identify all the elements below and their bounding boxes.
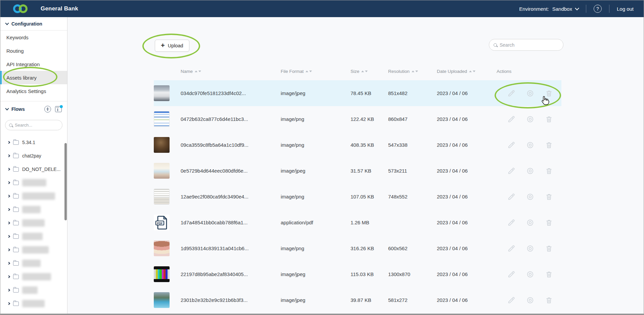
upload-button[interactable]: + Upload (155, 40, 189, 52)
add-flow-icon[interactable] (44, 106, 51, 113)
view-icon[interactable] (526, 89, 534, 97)
folder-item-redacted[interactable] (0, 243, 67, 257)
folder-item-redacted[interactable] (0, 283, 67, 297)
chevron-right-icon (7, 249, 10, 251)
column-header-name[interactable]: Name (181, 69, 281, 74)
folder-item-redacted[interactable] (0, 203, 67, 216)
sidebar-scrollbar[interactable] (64, 143, 67, 220)
view-icon[interactable] (526, 219, 534, 227)
flows-search-input[interactable] (15, 123, 58, 128)
sidebar-item-api-integration[interactable]: API Integration (0, 57, 67, 71)
folder-item[interactable]: chat2pay (0, 149, 67, 163)
sidebar-item-keywords[interactable]: Keywords (0, 31, 67, 44)
flows-section-header[interactable]: Flows (0, 101, 67, 117)
flows-search[interactable] (5, 120, 62, 130)
environment-value: Sandbox (552, 6, 572, 12)
document-screenshot-thumbnail (154, 189, 170, 205)
column-header-size[interactable]: Size (351, 69, 388, 74)
tv-test-pattern-thumbnail (154, 266, 170, 282)
table-row[interactable]: 12ae9ec2f080ca9fdc3490e4... image/png 10… (154, 184, 561, 210)
folder-item[interactable]: DO_NOT_DELE... (0, 163, 67, 176)
delete-icon[interactable] (545, 141, 553, 149)
delete-icon[interactable] (545, 296, 553, 304)
sort-icons (306, 71, 312, 72)
view-icon[interactable] (526, 244, 534, 253)
sidebar-item-routing[interactable]: Routing (0, 44, 67, 57)
folder-icon (13, 234, 19, 239)
asset-resolution: 860x847 (388, 116, 437, 122)
delete-icon[interactable] (545, 193, 553, 201)
table-row[interactable]: 09ca3559c8fb5a64a1c10df9... image/png 40… (154, 132, 561, 158)
edit-icon[interactable] (507, 296, 515, 304)
column-header-resolution[interactable]: Resolution (388, 69, 437, 74)
assets-search[interactable] (489, 39, 563, 51)
delete-icon[interactable] (545, 219, 553, 227)
table-row[interactable]: 034dc970fe5181233df4c02... image/jpeg 78… (154, 80, 561, 106)
edit-icon[interactable] (507, 244, 515, 253)
asset-date: 2023 / 04 / 06 (437, 168, 497, 174)
edit-icon[interactable] (507, 89, 515, 97)
table-row[interactable]: 22197d8b95abe2af8340405... image/jpeg 11… (154, 261, 561, 287)
assets-search-input[interactable] (500, 42, 559, 48)
environment-dropdown[interactable]: Environment: Sandbox (519, 6, 579, 12)
help-icon[interactable]: ? (594, 5, 602, 13)
plus-icon: + (161, 42, 165, 49)
folder-item-redacted[interactable] (0, 257, 67, 270)
view-icon[interactable] (526, 270, 534, 278)
folder-item[interactable]: 5.34.1 (0, 136, 67, 149)
top-bar: General Bank Environment: Sandbox ? Log … (0, 0, 644, 17)
asset-resolution: 547x338 (388, 142, 437, 148)
folder-item-redacted[interactable] (0, 297, 67, 310)
delete-icon[interactable] (545, 270, 553, 278)
table-row[interactable]: 0472b632ca877c6d4e11bc3... image/png 122… (154, 106, 561, 132)
asset-date: 2023 / 04 / 06 (437, 271, 497, 277)
delete-icon[interactable] (545, 89, 553, 97)
view-icon[interactable] (526, 193, 534, 201)
table-row[interactable]: 1d9539314c839131a041cb6... image/png 316… (154, 235, 561, 261)
asset-size: 122.42 KB (351, 116, 388, 122)
sidebar-item-assets-library[interactable]: Assets library (0, 71, 67, 84)
sort-icons (195, 71, 201, 72)
asset-date: 2023 / 04 / 06 (437, 116, 497, 122)
chevron-down-icon (5, 21, 9, 25)
table-row[interactable]: 2301b2e32b2e9c921b6b3f3... image/jpeg 39… (154, 287, 561, 313)
configuration-section-header[interactable]: Configuration (0, 17, 67, 31)
folder-icon (13, 154, 19, 158)
folder-item-redacted[interactable] (0, 216, 67, 230)
sidebar-item-analytics-settings[interactable]: Analytics Settings (0, 84, 67, 98)
table-row[interactable]: PDF 1d7a48541bb0cabb788f6a1... applicati… (154, 210, 561, 235)
chevron-right-icon (7, 168, 10, 171)
view-icon[interactable] (526, 167, 534, 175)
table-row[interactable]: 0e5729b4d644eec080dfd6e... image/jpeg 31… (154, 158, 561, 184)
column-header-date-uploaded[interactable]: Date Uploaded (437, 69, 497, 74)
chevron-right-icon (7, 222, 10, 224)
folder-item-redacted[interactable] (0, 176, 67, 189)
view-icon[interactable] (526, 296, 534, 304)
environment-label: Environment: (519, 6, 549, 12)
view-icon[interactable] (526, 115, 534, 123)
folder-icon (13, 208, 19, 212)
edit-icon[interactable] (507, 270, 515, 278)
folder-item-redacted[interactable] (0, 230, 67, 243)
edit-icon[interactable] (507, 167, 515, 175)
chevron-right-icon (7, 235, 10, 238)
delete-icon[interactable] (545, 244, 553, 253)
sidebar: Configuration Keywords Routing API Integ… (0, 17, 67, 315)
edit-icon[interactable] (507, 219, 515, 227)
edit-icon[interactable] (507, 193, 515, 201)
delete-icon[interactable] (545, 115, 553, 123)
delete-icon[interactable] (545, 167, 553, 175)
folder-item-redacted[interactable] (0, 270, 67, 283)
brand-logo-icon (13, 4, 32, 13)
chevron-right-icon (7, 141, 10, 144)
chevron-right-icon (7, 195, 10, 197)
flow-board-icon[interactable] (55, 106, 62, 112)
folder-item-redacted[interactable] (0, 189, 67, 203)
edit-icon[interactable] (507, 115, 515, 123)
view-icon[interactable] (526, 141, 534, 149)
edit-icon[interactable] (507, 141, 515, 149)
column-header-file-format[interactable]: File Format (281, 69, 351, 74)
asset-resolution: 851x482 (388, 90, 437, 96)
asset-size: 39.87 KB (351, 297, 388, 303)
logout-button[interactable]: Log out (617, 6, 634, 12)
